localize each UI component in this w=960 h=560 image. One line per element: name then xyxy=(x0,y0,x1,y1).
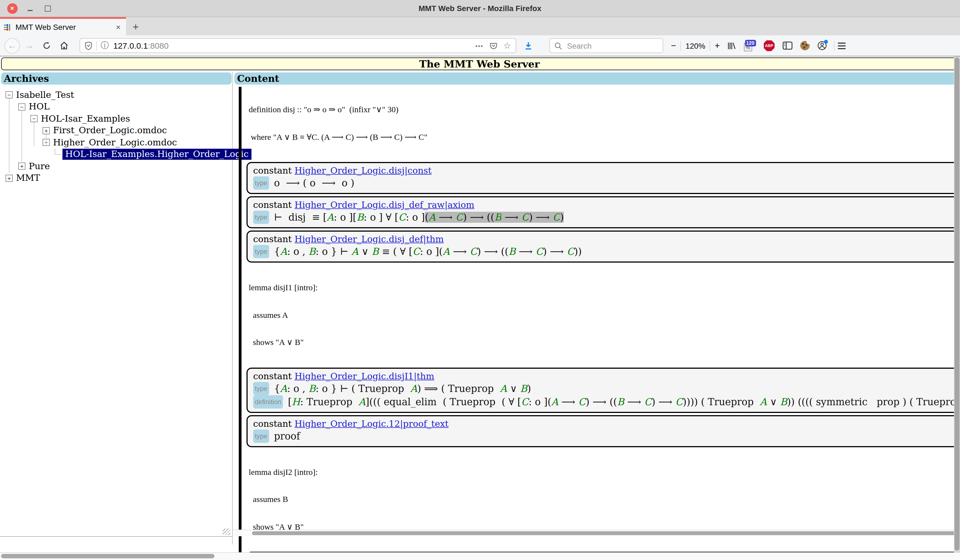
page-vertical-scrollbar[interactable] xyxy=(954,56,960,553)
zoom-out-button[interactable]: − xyxy=(671,41,676,51)
selected-tree-item[interactable]: HOL-Isar_Examples.Higher_Order_Logic xyxy=(62,149,251,160)
tree-item-higher-order-logic-theory[interactable]: HOL-Isar_Examples.Higher_Order_Logic xyxy=(0,149,232,160)
page-hscroll-thumb[interactable] xyxy=(1,554,214,558)
tree-item-mmt[interactable]: + MMT xyxy=(0,172,232,184)
archives-panel: − Isabelle_Test − HOL − HOL-Isar_Example… xyxy=(0,86,232,537)
declaration-title: constant Higher_Order_Logic.12|proof_tex… xyxy=(253,418,960,429)
math-expression: o ⟶ ( o ⟶ o ) xyxy=(274,176,354,190)
declaration-title: constant Higher_Order_Logic.disj_def_raw… xyxy=(253,199,960,211)
account-icon[interactable] xyxy=(817,41,827,50)
declaration-box-12-proof-text: constant Higher_Order_Logic.12|proof_tex… xyxy=(246,415,960,447)
account-notification-dot xyxy=(824,40,828,44)
pocket-icon[interactable] xyxy=(489,41,498,50)
declaration-title: constant Higher_Order_Logic.disjI1|thm xyxy=(253,370,960,382)
site-info-icon[interactable]: ⓘ xyxy=(101,40,109,51)
page-vscroll-thumb[interactable] xyxy=(954,58,960,550)
url-input[interactable]: 127.0.0.1:8080 xyxy=(113,41,475,50)
zoom-level[interactable]: 120% xyxy=(686,41,706,50)
archives-tree: − Isabelle_Test − HOL − HOL-Isar_Example… xyxy=(0,86,232,184)
search-icon xyxy=(554,42,562,50)
collapse-icon[interactable]: − xyxy=(6,91,13,99)
tree-item-hol[interactable]: − HOL xyxy=(0,101,232,113)
declaration-link[interactable]: Higher_Order_Logic.disj|const xyxy=(294,165,432,176)
expand-icon[interactable]: + xyxy=(6,175,13,182)
content-horizontal-scrollbar[interactable] xyxy=(233,530,960,536)
bookmark-star-icon[interactable]: ☆ xyxy=(503,40,511,51)
content-header: Content xyxy=(234,72,959,85)
home-icon[interactable] xyxy=(60,42,69,50)
back-button[interactable]: ← xyxy=(5,38,20,53)
library-icon[interactable] xyxy=(726,41,736,50)
tab-title: MMT Web Server xyxy=(16,22,114,32)
zoom-in-button[interactable]: + xyxy=(715,41,720,51)
math-expression: {A: o , B: o } ⊢ A ∨ B ≡ ( ∀ [C: o ](A ⟶… xyxy=(274,245,582,258)
declaration-box-disj-def: constant Higher_Order_Logic.disj_def|thm… xyxy=(246,230,960,262)
page-banner: The MMT Web Server xyxy=(1,58,958,70)
shield-icon[interactable] xyxy=(85,41,92,50)
resize-handle[interactable] xyxy=(223,528,230,535)
type-badge: type xyxy=(253,382,269,395)
urlbar-divider xyxy=(96,41,97,51)
expand-icon[interactable]: + xyxy=(43,127,50,134)
tree-connector xyxy=(55,150,61,155)
new-tab-button[interactable]: + xyxy=(126,19,146,35)
page-actions-icon[interactable]: ••• xyxy=(475,42,483,49)
declaration-box-disj-const: constant Higher_Order_Logic.disj|const t… xyxy=(246,162,960,194)
archives-header: Archives xyxy=(1,72,232,85)
sidebar-toggle-icon[interactable] xyxy=(782,42,792,50)
type-badge: type xyxy=(253,245,269,258)
tree-item-first-order-logic[interactable]: + First_Order_Logic.omdoc xyxy=(0,125,232,136)
definition-badge: definition xyxy=(253,395,283,408)
window-titlebar[interactable]: × MMT Web Server - Mozilla Firefox xyxy=(0,0,960,17)
tree-item-hol-isar-examples[interactable]: − HOL-Isar_Examples xyxy=(0,113,232,125)
declaration-title: constant Higher_Order_Logic.disj|const xyxy=(253,165,960,176)
declaration-link[interactable]: Higher_Order_Logic.disj_def_raw|axiom xyxy=(294,200,474,210)
url-bar[interactable]: ⓘ 127.0.0.1:8080 ••• ☆ xyxy=(80,38,516,53)
type-badge: type xyxy=(253,176,269,190)
collapse-icon[interactable]: − xyxy=(30,115,38,122)
page-horizontal-scrollbar[interactable] xyxy=(0,552,960,560)
math-expression: {A: o , B: o } ⊢ ( Trueprop A) ⟹ ( Truep… xyxy=(274,382,531,395)
reload-icon[interactable] xyxy=(43,42,51,50)
url-port: :8080 xyxy=(148,41,168,50)
zoom-extension-icon[interactable]: % 120 xyxy=(744,40,756,51)
math-expression: ⊢ disj ≡ [A: o ][B: o ] ∀ [C: o ](A ⟶ C)… xyxy=(274,211,564,224)
firefox-window: × MMT Web Server - Mozilla Firefox xyxy=(0,0,960,560)
declaration-link[interactable]: Higher_Order_Logic.disj_def|thm xyxy=(294,234,444,244)
source-text: definition disj :: "o ⇒ o ⇒ o" (infixr "… xyxy=(249,87,960,160)
declaration-title: constant Higher_Order_Logic.disj_def|thm xyxy=(253,233,960,245)
content-panel: definition disj :: "o ⇒ o ⇒ o" (infixr "… xyxy=(233,86,960,560)
expand-icon[interactable]: + xyxy=(18,163,26,170)
forward-icon[interactable]: → xyxy=(24,41,34,50)
back-icon: ← xyxy=(8,41,17,50)
tab-mmt-web-server[interactable]: MMT Web Server × xyxy=(0,17,126,35)
math-expression: [H: Trueprop A]((( equal_elim ( Trueprop… xyxy=(288,395,960,408)
tree-item-higher-order-logic[interactable]: − Higher_Order_Logic.omdoc xyxy=(0,136,232,149)
tab-close-icon[interactable]: × xyxy=(114,22,123,32)
declaration-link[interactable]: Higher_Order_Logic.12|proof_text xyxy=(294,418,448,429)
type-badge: type xyxy=(253,211,269,224)
tab-strip: MMT Web Server × + xyxy=(0,17,960,35)
declaration-link[interactable]: Higher_Order_Logic.disjI1|thm xyxy=(294,371,434,381)
search-input[interactable] xyxy=(566,41,651,51)
window-title: MMT Web Server - Mozilla Firefox xyxy=(0,4,960,13)
adblock-plus-icon[interactable]: ABP xyxy=(763,40,774,51)
tab-favicon-icon xyxy=(3,23,11,31)
downloads-icon[interactable] xyxy=(524,41,533,50)
declaration-box-disjI1: constant Higher_Order_Logic.disjI1|thm t… xyxy=(246,367,960,413)
menu-icon[interactable] xyxy=(838,41,845,51)
type-badge: type xyxy=(253,429,269,443)
source-text: lemma disjI1 [intro]: assumes A shows "A… xyxy=(249,265,960,365)
navigation-toolbar: ← → ⓘ 127.0.0.1:8080 xyxy=(0,35,960,56)
search-box[interactable] xyxy=(549,38,663,53)
content-hscroll-thumb[interactable] xyxy=(252,531,957,535)
tree-item-pure[interactable]: + Pure xyxy=(0,160,232,172)
web-page: The MMT Web Server Archives Content − Is… xyxy=(0,56,960,560)
tree-item-isabelle-test[interactable]: − Isabelle_Test xyxy=(0,89,232,101)
math-expression: proof xyxy=(274,429,300,443)
declaration-box-disj-def-raw: constant Higher_Order_Logic.disj_def_raw… xyxy=(246,196,960,228)
cookie-extension-icon[interactable] xyxy=(800,41,810,50)
collapse-icon[interactable]: − xyxy=(18,103,26,110)
